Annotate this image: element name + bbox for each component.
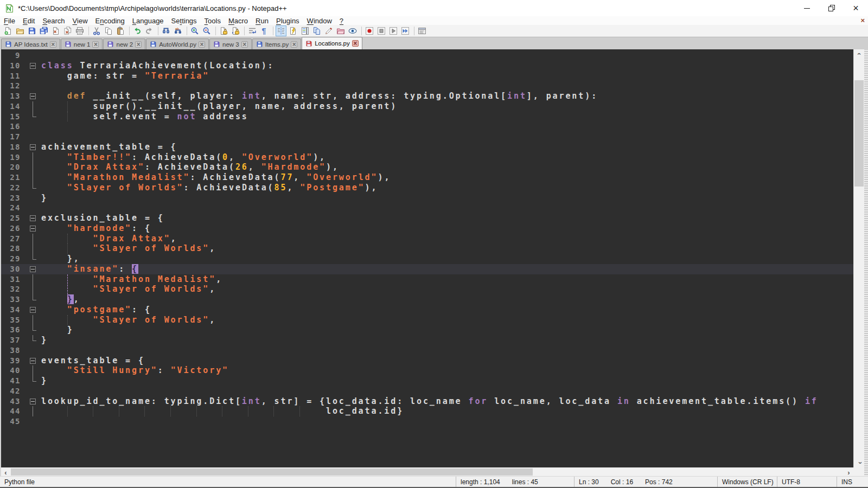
sync-horizontal-scroll-icon[interactable] bbox=[230, 25, 241, 36]
print-icon[interactable] bbox=[74, 25, 85, 36]
monitor-icon[interactable] bbox=[347, 25, 358, 36]
fold-collapse-icon[interactable] bbox=[30, 144, 36, 150]
status-encoding[interactable]: UTF-8 bbox=[777, 477, 837, 487]
editor-line-34[interactable]: 34 "postgame": { bbox=[1, 305, 853, 315]
macro-record-icon[interactable] bbox=[364, 25, 375, 36]
editor-line-33[interactable]: 33 }, bbox=[1, 294, 853, 305]
editor-line-13[interactable]: 13 def __init__(self, player: int, name:… bbox=[1, 91, 853, 101]
vertical-scroll-thumb[interactable] bbox=[854, 80, 864, 187]
menu-item-plugins[interactable]: Plugins bbox=[272, 17, 303, 25]
status-typing-mode[interactable]: INS bbox=[837, 477, 868, 487]
new-file-icon[interactable] bbox=[3, 25, 14, 36]
document-map-icon[interactable] bbox=[299, 25, 310, 36]
save-icon[interactable] bbox=[27, 25, 37, 36]
tab-close-icon[interactable]: × bbox=[135, 41, 142, 48]
editor-line-27[interactable]: 27 "Drax Attax", bbox=[1, 234, 853, 244]
close-button[interactable]: × bbox=[844, 0, 868, 16]
word-wrap-icon[interactable] bbox=[247, 25, 258, 36]
editor-line-10[interactable]: 10class TerrariaAchievement(Location): bbox=[1, 61, 853, 71]
scroll-up-icon[interactable]: ‹ bbox=[854, 49, 865, 59]
editor-line-25[interactable]: 25exclusion_table = { bbox=[1, 213, 853, 223]
find-icon[interactable] bbox=[161, 25, 171, 36]
open-file-icon[interactable] bbox=[15, 25, 25, 36]
redo-icon[interactable] bbox=[144, 25, 155, 36]
editor-line-29[interactable]: 29 }, bbox=[1, 254, 853, 264]
tab-close-icon[interactable]: × bbox=[241, 41, 248, 48]
tab-new-3[interactable]: new 3× bbox=[209, 38, 252, 49]
menu-item-language[interactable]: Language bbox=[129, 17, 168, 25]
editor-line-36[interactable]: 36 } bbox=[1, 325, 853, 335]
cut-icon[interactable] bbox=[91, 25, 102, 36]
scroll-right-icon[interactable]: › bbox=[844, 468, 853, 477]
tab-new-2[interactable]: new 2× bbox=[103, 38, 145, 49]
code-editor[interactable]: 910class TerrariaAchievement(Location):1… bbox=[1, 49, 853, 467]
tab-items.py[interactable]: Items.py× bbox=[252, 38, 301, 49]
editor-line-43[interactable]: 43lookup_id_to_name: typing.Dict[int, st… bbox=[1, 396, 853, 407]
editor-line-44[interactable]: 44 loc_data.id} bbox=[1, 406, 853, 416]
menu-item-file[interactable]: File bbox=[0, 17, 19, 25]
editor-line-32[interactable]: 32 "Slayer of Worlds", bbox=[1, 284, 853, 294]
menu-item-macro[interactable]: Macro bbox=[225, 17, 252, 25]
edit-marker-icon[interactable] bbox=[323, 25, 334, 36]
editor-line-22[interactable]: 22 "Slayer of Worlds": AchieveData(85, "… bbox=[1, 183, 853, 193]
menu-item-search[interactable]: Search bbox=[39, 17, 68, 25]
fold-collapse-icon[interactable] bbox=[30, 226, 36, 232]
editor-line-18[interactable]: 18achievement_table = { bbox=[1, 142, 853, 152]
editor-line-41[interactable]: 41} bbox=[1, 376, 853, 386]
editor-line-12[interactable]: 12 bbox=[1, 81, 853, 91]
editor-line-26[interactable]: 26 "hardmode": { bbox=[1, 223, 853, 234]
fold-collapse-icon[interactable] bbox=[30, 307, 36, 313]
editor-line-31[interactable]: 31 "Marathon Medalist", bbox=[1, 274, 853, 285]
editor-line-20[interactable]: 20 "Drax Attax": AchieveData(26, "Hardmo… bbox=[1, 162, 853, 172]
vertical-scrollbar[interactable]: ‹ ‹ bbox=[853, 49, 864, 467]
editor-line-35[interactable]: 35 "Slayer of Worlds", bbox=[1, 315, 853, 325]
close-all-icon[interactable] bbox=[62, 25, 73, 36]
menu-item-tools[interactable]: Tools bbox=[201, 17, 225, 25]
tab-close-icon[interactable]: × bbox=[199, 41, 205, 48]
copy-icon[interactable] bbox=[103, 25, 114, 36]
editor-line-11[interactable]: 11 game: str = "Terraria" bbox=[1, 71, 853, 81]
tab-autoworld.py[interactable]: AutoWorld.py× bbox=[146, 38, 209, 49]
editor-line-15[interactable]: 15 self.event = not address bbox=[1, 112, 853, 122]
fold-collapse-icon[interactable] bbox=[30, 266, 36, 272]
document-close-icon[interactable]: × bbox=[860, 16, 865, 25]
editor-line-24[interactable]: 24 bbox=[1, 203, 853, 213]
editor-line-30[interactable]: 30 "insane": { bbox=[1, 264, 853, 274]
fold-collapse-icon[interactable] bbox=[30, 215, 36, 221]
tab-close-icon[interactable]: × bbox=[92, 41, 99, 48]
editor-line-40[interactable]: 40 "Still Hungry": "Victory" bbox=[1, 365, 853, 376]
sync-vertical-scroll-icon[interactable] bbox=[218, 25, 229, 36]
editor-line-19[interactable]: 19 "Timber!!": AchieveData(0, "Overworld… bbox=[1, 152, 853, 163]
editor-line-17[interactable]: 17 bbox=[1, 132, 853, 142]
function-list-icon[interactable] bbox=[288, 25, 298, 36]
editor-line-28[interactable]: 28 "Slayer of Worlds", bbox=[1, 243, 853, 254]
save-macro-icon[interactable] bbox=[417, 25, 427, 36]
scroll-down-icon[interactable]: ‹ bbox=[854, 458, 865, 467]
editor-line-39[interactable]: 39events_table = { bbox=[1, 356, 853, 366]
paste-icon[interactable] bbox=[115, 25, 126, 36]
tab-close-icon[interactable]: × bbox=[50, 41, 56, 48]
menu-item-edit[interactable]: Edit bbox=[19, 17, 39, 25]
editor-line-42[interactable]: 42 bbox=[1, 386, 853, 396]
fold-collapse-icon[interactable] bbox=[30, 399, 36, 404]
editor-line-37[interactable]: 37} bbox=[1, 335, 853, 345]
menu-item-help[interactable]: ? bbox=[336, 17, 347, 25]
undo-icon[interactable] bbox=[132, 25, 143, 36]
horizontal-scroll-thumb[interactable] bbox=[11, 468, 533, 476]
tab-locations.py[interactable]: Locations.py× bbox=[302, 37, 362, 49]
fold-collapse-icon[interactable] bbox=[30, 93, 36, 99]
macro-stop-icon[interactable] bbox=[376, 25, 387, 36]
tab-close-icon[interactable]: × bbox=[291, 41, 297, 48]
tab-ap-ideas.txt[interactable]: AP Ideas.txt× bbox=[1, 38, 60, 49]
minimize-button[interactable] bbox=[795, 0, 819, 16]
menu-item-settings[interactable]: Settings bbox=[168, 17, 201, 25]
editor-line-14[interactable]: 14 super().__init__(player, name, addres… bbox=[1, 101, 853, 112]
zoom-in-icon[interactable] bbox=[189, 25, 200, 36]
indent-guide-icon[interactable] bbox=[276, 25, 286, 36]
document-list-icon[interactable] bbox=[311, 25, 322, 36]
menu-item-run[interactable]: Run bbox=[252, 17, 272, 25]
tab-new-1[interactable]: new 1× bbox=[61, 38, 103, 49]
tab-close-icon[interactable]: × bbox=[352, 40, 359, 47]
editor-line-23[interactable]: 23} bbox=[1, 193, 853, 203]
save-all-icon[interactable] bbox=[39, 25, 49, 36]
